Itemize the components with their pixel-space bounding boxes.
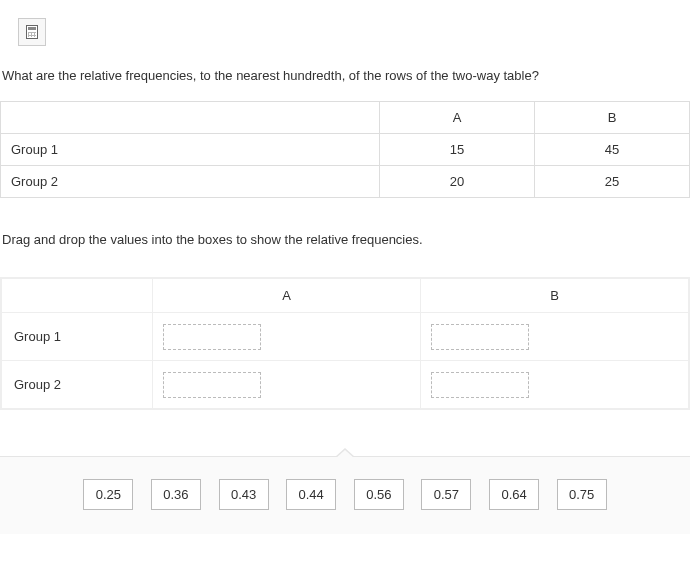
answer-table: A B Group 1 Group 2: [1, 278, 689, 409]
value-chip[interactable]: 0.75: [557, 479, 607, 510]
answer-row-label: Group 2: [2, 361, 153, 409]
drop-target[interactable]: [163, 372, 261, 398]
answer-col-a: A: [153, 279, 421, 313]
value-chip[interactable]: 0.64: [489, 479, 539, 510]
value-chip[interactable]: 0.43: [219, 479, 269, 510]
cell-b: 45: [534, 134, 689, 166]
cell-a: 20: [379, 166, 534, 198]
row-label: Group 2: [1, 166, 380, 198]
value-chip[interactable]: 0.57: [421, 479, 471, 510]
drop-target[interactable]: [431, 324, 529, 350]
question-text: What are the relative frequencies, to th…: [2, 68, 690, 83]
value-chip[interactable]: 0.36: [151, 479, 201, 510]
instruction-text: Drag and drop the values into the boxes …: [2, 232, 690, 247]
value-chip[interactable]: 0.56: [354, 479, 404, 510]
drop-target[interactable]: [431, 372, 529, 398]
row-label: Group 1: [1, 134, 380, 166]
calculator-button[interactable]: [18, 18, 46, 46]
answer-row: Group 1: [2, 313, 689, 361]
answer-row-label: Group 1: [2, 313, 153, 361]
cell-b: 25: [534, 166, 689, 198]
answer-blank-header: [2, 279, 153, 313]
data-table-col-b: B: [534, 102, 689, 134]
value-chip[interactable]: 0.25: [83, 479, 133, 510]
data-row: Group 2 20 25: [1, 166, 690, 198]
value-chip[interactable]: 0.44: [286, 479, 336, 510]
calculator-icon: [26, 25, 38, 39]
answer-row: Group 2: [2, 361, 689, 409]
cell-a: 15: [379, 134, 534, 166]
answer-col-b: B: [421, 279, 689, 313]
answer-table-wrap: A B Group 1 Group 2: [0, 277, 690, 410]
data-table-col-a: A: [379, 102, 534, 134]
drop-target[interactable]: [163, 324, 261, 350]
chip-tray: 0.25 0.36 0.43 0.44 0.56 0.57 0.64 0.75: [0, 456, 690, 534]
data-table: A B Group 1 15 45 Group 2 20 25: [0, 101, 690, 198]
data-table-blank-header: [1, 102, 380, 134]
data-row: Group 1 15 45: [1, 134, 690, 166]
